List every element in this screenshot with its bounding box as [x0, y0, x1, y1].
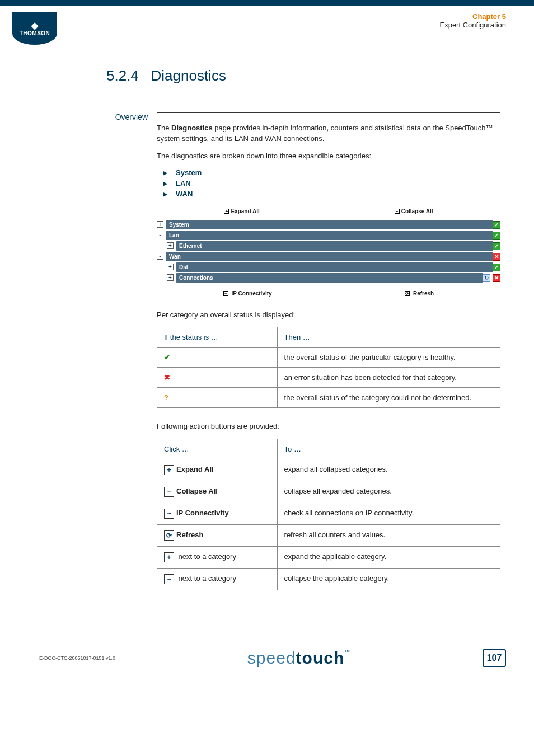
action-table: Click … To … +Expand Allexpand all colla…: [157, 439, 500, 590]
diag-bar[interactable]: Wan: [166, 252, 493, 261]
diag-row: -Wan✕: [157, 252, 500, 261]
check-icon: ✔: [164, 353, 170, 361]
content: 5.2.4 Diagnostics Overview The Diagnosti…: [0, 45, 534, 604]
bullet-lan: LAN: [157, 179, 500, 187]
button-icon: ~: [164, 509, 174, 519]
overview-intro: The Diagnostics page provides in-depth i…: [157, 123, 500, 144]
overview-row: Overview The Diagnostics page provides i…: [106, 112, 500, 604]
table-row: ~IP Connectivitycheck all connections on…: [157, 503, 500, 525]
diag-row: +Connections↻✕: [157, 273, 500, 283]
table-row: ✔the overall status of the particular ca…: [157, 348, 500, 368]
action-header-row: Click … To …: [157, 439, 500, 459]
action-cell: − next to a category: [157, 569, 278, 590]
page-header: ◆ THOMSON Chapter 5 Expert Configuration: [0, 6, 534, 45]
action-cell: −Collapse All: [157, 481, 278, 503]
diag-row: +Dsl✓: [157, 262, 500, 272]
diag-bar[interactable]: Ethernet: [176, 241, 493, 251]
check-icon: ✓: [493, 221, 500, 229]
button-icon: +: [164, 465, 174, 475]
action-text-cell: collapse all expanded categories.: [277, 481, 500, 503]
status-h2: Then …: [277, 327, 500, 348]
diagnostics-panel: +Expand All −Collapse All +System✓-Lan✓+…: [157, 206, 500, 302]
doc-id: E-DOC-CTC-20051017-0151 v1.0: [39, 655, 115, 661]
action-label: Collapse All: [176, 487, 218, 496]
collapse-all-label: Collapse All: [401, 208, 433, 214]
button-icon: −: [164, 487, 174, 497]
diag-refresh-label: Refresh: [413, 290, 434, 297]
diag-bottom-controls: ~ IP Connectivity ⟳ Refresh: [157, 283, 500, 302]
action-label: next to a category: [176, 553, 236, 561]
button-icon: −: [164, 574, 174, 584]
action-cell: ~IP Connectivity: [157, 503, 278, 525]
action-text-cell: refresh all counters and values.: [277, 525, 500, 547]
brand-speed: speed: [247, 649, 296, 667]
table-row: + next to a categoryexpand the applicabl…: [157, 547, 500, 569]
table-row: ?the overall status of the category coul…: [157, 388, 500, 408]
table-row: ✖an error situation has been detected fo…: [157, 368, 500, 388]
x-icon: ✕: [493, 274, 500, 282]
brand-logo: speedtouch™: [247, 649, 350, 668]
action-caption: Following action buttons are provided:: [157, 421, 500, 432]
action-label: IP Connectivity: [176, 509, 229, 518]
overview-label: Overview: [106, 112, 157, 604]
diag-row: +Ethernet✓: [157, 241, 500, 251]
toggle-button[interactable]: -: [157, 253, 163, 260]
toggle-button[interactable]: +: [167, 264, 174, 270]
action-text-cell: collapse the applicable category.: [277, 569, 500, 590]
bullet-wan: WAN: [157, 190, 500, 198]
chapter-subtitle: Expert Configuration: [439, 21, 506, 29]
page-number: 107: [483, 649, 506, 667]
refresh-button[interactable]: ⟳ Refresh: [405, 290, 434, 297]
expand-all-button[interactable]: +Expand All: [224, 208, 259, 214]
table-row: − next to a categorycollapse the applica…: [157, 569, 500, 590]
status-icon-cell: ?: [157, 388, 278, 408]
logo-text: THOMSON: [20, 30, 50, 36]
x-icon: ✕: [493, 253, 500, 261]
action-text-cell: expand the applicable category.: [277, 547, 500, 569]
toggle-button[interactable]: -: [157, 232, 163, 238]
section-number: 5.2.4: [106, 67, 139, 84]
status-header-row: If the status is … Then …: [157, 327, 500, 348]
diag-bar[interactable]: Connections: [176, 273, 483, 283]
diag-bar[interactable]: Dsl: [176, 262, 493, 272]
question-icon: ?: [164, 393, 168, 402]
button-icon: +: [164, 552, 174, 562]
status-text-cell: the overall status of the category could…: [277, 388, 500, 408]
status-icon-cell: ✖: [157, 368, 278, 388]
action-label: Expand All: [176, 466, 214, 474]
logo-icon: ◆: [31, 21, 39, 30]
bullet-system: System: [157, 168, 500, 177]
action-label: Refresh: [176, 531, 203, 539]
check-icon: ✓: [493, 264, 500, 271]
status-h1: If the status is …: [157, 327, 278, 348]
intro-prefix: The: [157, 124, 171, 132]
status-text-cell: an error situation has been detected for…: [277, 368, 500, 388]
action-cell: + next to a category: [157, 547, 278, 569]
tm-icon: ™: [344, 649, 350, 655]
thomson-logo: ◆ THOMSON: [12, 12, 57, 45]
diag-bar[interactable]: Lan: [166, 231, 493, 240]
action-cell: +Expand All: [157, 459, 278, 481]
table-row: ⟳Refreshrefresh all counters and values.: [157, 525, 500, 547]
toggle-button[interactable]: +: [167, 242, 174, 249]
section-title: Diagnostics: [151, 67, 226, 84]
diag-bar[interactable]: System: [166, 220, 493, 229]
diag-rows: +System✓-Lan✓+Ethernet✓-Wan✕+Dsl✓+Connec…: [157, 220, 500, 283]
refresh-icon: ↻: [483, 274, 490, 282]
toggle-button[interactable]: +: [167, 274, 174, 281]
action-label: next to a category: [176, 575, 236, 583]
ip-connectivity-button[interactable]: ~ IP Connectivity: [223, 290, 272, 297]
button-icon: ⟳: [164, 530, 174, 541]
table-row: +Expand Allexpand all collapsed categori…: [157, 459, 500, 481]
check-icon: ✓: [493, 242, 500, 250]
toggle-button[interactable]: +: [157, 221, 163, 228]
overview-broken-down: The diagnostics are broken down into thr…: [157, 151, 500, 162]
intro-bold: Diagnostics: [171, 124, 213, 132]
status-icon-cell: ✔: [157, 348, 278, 368]
collapse-all-button[interactable]: −Collapse All: [395, 208, 433, 214]
chapter-block: Chapter 5 Expert Configuration: [439, 12, 506, 29]
table-row: −Collapse Allcollapse all expanded categ…: [157, 481, 500, 503]
divider: [157, 112, 500, 113]
action-text-cell: check all connections on IP connectivity…: [277, 503, 500, 525]
category-list: System LAN WAN: [157, 168, 500, 198]
